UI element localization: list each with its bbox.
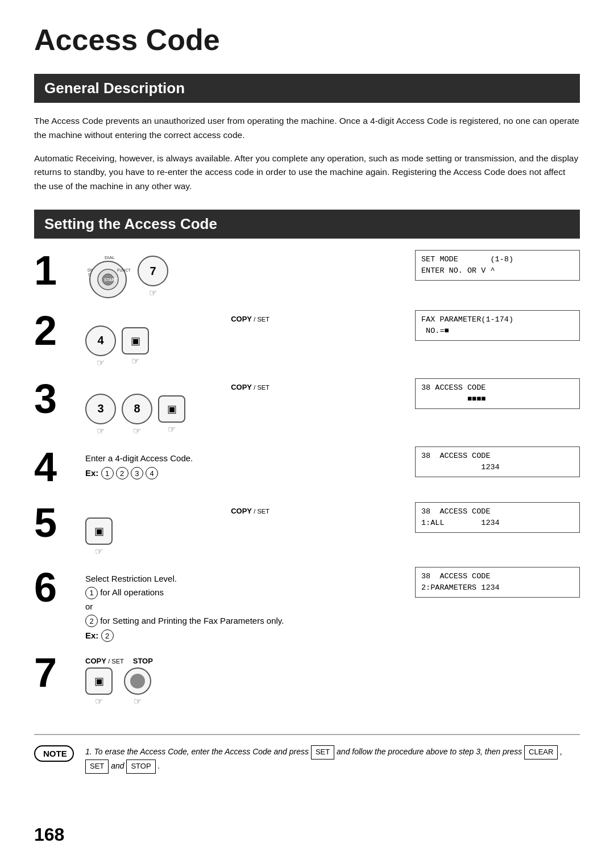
- note-text-1: 1. To erase the Access Code, enter the A…: [85, 748, 309, 757]
- step-4-number: 4: [34, 446, 80, 487]
- hand-icon-stop7: ☞: [134, 696, 142, 707]
- key-3: 3: [85, 394, 116, 424]
- note-and: and: [111, 761, 124, 770]
- set-key-3-with-hand: ▣ ☞: [158, 395, 185, 435]
- dial-icon: DIAL DIRECTORY SEARCH START: [85, 254, 131, 300]
- copy-set-label-2: COPY / SET: [85, 315, 415, 323]
- general-para-1: The Access Code prevents an unauthorized…: [34, 114, 580, 143]
- step-5-display: 38 ACCESS CODE 1:ALL 1234: [415, 502, 580, 533]
- stop-key-7: [124, 667, 151, 695]
- step-5-row: 5 COPY / SET ▣ ☞ 38 ACCESS CODE 1:ALL: [34, 502, 580, 557]
- lcd-6: 38 ACCESS CODE 2:PARAMETERS 1234: [415, 567, 580, 598]
- page-number: 168: [34, 824, 64, 845]
- copy-set-label-7: COPY / SET: [85, 657, 124, 665]
- note-badge: NOTE: [34, 745, 74, 762]
- note-period: .: [158, 761, 160, 770]
- step-2-number: 2: [34, 310, 80, 351]
- option1-num: 1: [85, 587, 98, 599]
- stop-key-7-with-hand: ☞: [124, 667, 151, 707]
- step-2-keys: 4 ☞ ▣ ☞: [85, 326, 415, 368]
- hand-icon-set3: ☞: [168, 424, 176, 435]
- step-4-display: 38 ACCESS CODE 1234: [415, 446, 580, 478]
- step-7-row: 7 COPY / SET STOP ▣ ☞: [34, 652, 580, 707]
- setting-section: Setting the Access Code 1 DIAL DIRECTORY: [34, 210, 580, 717]
- step-1-keys: DIAL DIRECTORY SEARCH START: [85, 254, 415, 300]
- copy-set-label-3: COPY / SET: [85, 383, 415, 391]
- ex-key-4: 4: [146, 467, 158, 479]
- lcd-5: 38 ACCESS CODE 1:ALL 1234: [415, 502, 580, 533]
- option2-num: 2: [85, 615, 98, 627]
- lcd-3: 38 ACCESS CODE ■■■■: [415, 378, 580, 410]
- step-6-number: 6: [34, 567, 80, 608]
- step-6-or: or: [85, 600, 415, 614]
- step-5-keys: ▣ ☞: [85, 518, 415, 557]
- step-1-row: 1 DIAL DIRECTORY SEARCH: [34, 250, 580, 300]
- key-4: 4: [85, 326, 116, 356]
- set-key-5: ▣: [85, 518, 113, 545]
- note-stop-key: STOP: [126, 760, 155, 774]
- step-1-display: SET MODE (1-8) ENTER NO. OR V ^: [415, 250, 580, 281]
- steps-container: 1 DIAL DIRECTORY SEARCH: [34, 250, 580, 717]
- step-4-content: Enter a 4-digit Access Code. Ex: 1 2 3 4: [80, 446, 415, 480]
- key-8: 8: [122, 394, 152, 424]
- hand-icon-set2: ☞: [131, 356, 139, 366]
- step-2-display: FAX PARAMETER(1-174) NO.=■: [415, 310, 580, 341]
- set-key-2: ▣: [122, 327, 149, 354]
- step-6-content: Select Restriction Level. 1 for All oper…: [80, 567, 415, 642]
- option2-text: for Setting and Printing the Fax Paramet…: [100, 616, 284, 625]
- general-para-2: Automatic Receiving, however, is always …: [34, 152, 580, 194]
- step-7-keys: ▣ ☞ ☞: [85, 667, 415, 707]
- set-key-5-with-hand: ▣ ☞: [85, 518, 113, 557]
- ex-val-6: 2: [101, 629, 114, 642]
- ex-label-4: Ex:: [85, 468, 98, 478]
- ex-key-3: 3: [131, 467, 143, 479]
- step-4-ex: Ex: 1 2 3 4: [85, 467, 415, 479]
- lcd-2: FAX PARAMETER(1-174) NO.=■: [415, 310, 580, 341]
- step-4-row: 4 Enter a 4-digit Access Code. Ex: 1 2 3…: [34, 446, 580, 492]
- step-7-number: 7: [34, 652, 80, 693]
- note-text-2: and follow the procedure above to step 3…: [337, 748, 522, 757]
- general-description-header: General Description: [34, 74, 580, 103]
- hand-icon-3: ☞: [97, 425, 105, 436]
- step-5-content: COPY / SET ▣ ☞: [80, 502, 415, 557]
- step-6-option1: 1 for All operations: [85, 586, 415, 599]
- lcd-1: SET MODE (1-8) ENTER NO. OR V ^: [415, 250, 580, 281]
- stop-label-7: STOP: [133, 657, 153, 665]
- svg-text:FUNCTION: FUNCTION: [117, 268, 131, 272]
- step-7-content: COPY / SET STOP ▣ ☞ ☞: [80, 652, 415, 707]
- hand-icon-set5: ☞: [95, 546, 103, 557]
- slash-set-2: / SET: [254, 316, 269, 323]
- note-set-key-1: SET: [311, 745, 334, 760]
- svg-text:DIAL: DIAL: [105, 255, 115, 260]
- key-3-with-hand: 3 ☞: [85, 394, 116, 436]
- slash-set-5: / SET: [254, 508, 269, 515]
- set-key-7: ▣: [85, 667, 113, 695]
- note-text-content: 1. To erase the Access Code, enter the A…: [85, 745, 580, 774]
- option1-text: for All operations: [100, 587, 164, 597]
- page-title: Access Code: [34, 23, 580, 57]
- hand-icon-set7: ☞: [95, 696, 103, 707]
- ex-key-2: 2: [116, 467, 128, 479]
- note-comma: ,: [560, 748, 562, 757]
- slash-set-3: / SET: [254, 384, 269, 391]
- step-6-display: 38 ACCESS CODE 2:PARAMETERS 1234: [415, 567, 580, 598]
- note-set-key-2: SET: [85, 760, 109, 774]
- step-2-row: 2 COPY / SET 4 ☞ ▣ ☞: [34, 310, 580, 368]
- note-section: NOTE 1. To erase the Access Code, enter …: [34, 734, 580, 774]
- stop-inner-icon: [130, 674, 145, 688]
- set-key-2-with-hand: ▣ ☞: [122, 327, 149, 366]
- step-3-keys: 3 ☞ 8 ☞ ▣ ☞: [85, 394, 415, 436]
- step-6-ex: Ex: 2: [85, 629, 415, 642]
- step-1-number: 1: [34, 250, 80, 291]
- step-3-row: 3 COPY / SET 3 ☞ 8 ☞: [34, 378, 580, 436]
- set-key-3: ▣: [158, 395, 185, 423]
- hand-icon-8: ☞: [133, 425, 141, 436]
- key-4-with-hand: 4 ☞: [85, 326, 116, 368]
- note-clear-key: CLEAR: [524, 745, 558, 760]
- key-7: 7: [138, 256, 168, 286]
- setting-header: Setting the Access Code: [34, 210, 580, 239]
- general-description-section: General Description The Access Code prev…: [34, 74, 580, 194]
- step-5-number: 5: [34, 502, 80, 543]
- key-7-with-hand: 7 ☞: [138, 256, 168, 298]
- step-6-row: 6 Select Restriction Level. 1 for All op…: [34, 567, 580, 642]
